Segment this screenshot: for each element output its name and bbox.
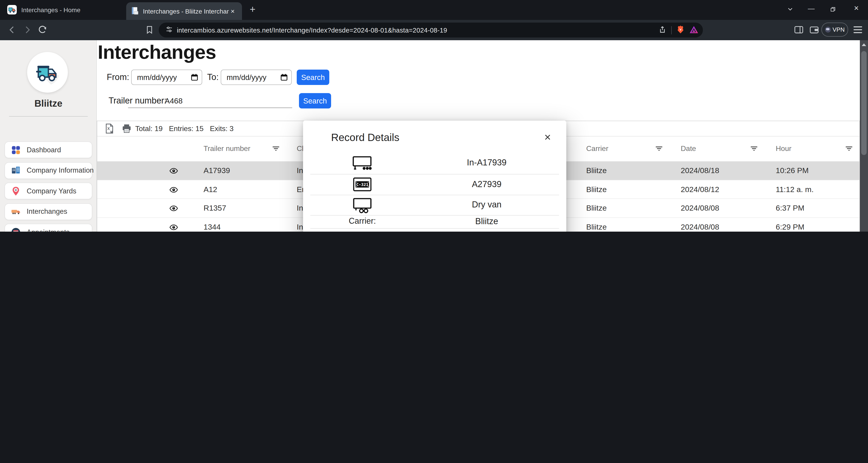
cell-trailer-number: R1357 [204,199,226,218]
sidebar-item-interchanges[interactable]: Interchanges [4,203,92,220]
modal-row-trailer: In-A17939 [310,152,559,174]
brave-rewards-icon[interactable] [689,25,699,35]
cell-class: In [297,218,303,232]
cell-date: 2024/08/12 [681,180,719,199]
trailer-number-value[interactable]: A468 [165,97,183,106]
page-scrollbar[interactable] [860,40,868,232]
sidebar-toggle-icon[interactable] [794,25,804,37]
tab-title: Interchanges - Bliitze Interchan [143,7,229,15]
date-search-button[interactable]: Search [297,70,329,85]
cell-date: 2024/08/08 [681,199,719,218]
active-tab[interactable]: Interchanges - Bliitze Interchan × [126,2,242,20]
trailer-number-input-underline[interactable] [128,107,292,108]
print-icon[interactable] [122,124,132,135]
sidebar-divider [9,116,88,117]
sidebar-item-dashboard[interactable]: Dashboard [4,141,92,158]
trailer-icon [349,155,376,173]
view-record-icon[interactable] [169,185,178,194]
modal-trailer-value: In-A17939 [419,158,555,168]
modal-carrier-label: Carrier: [337,217,387,226]
column-header-hour[interactable]: Hour [776,136,791,161]
share-icon[interactable] [658,25,667,35]
url-bar[interactable]: intercambios.azurewebsites.net/Interchan… [159,23,703,37]
dashboard-icon [11,145,21,155]
trailer-search-button[interactable]: Search [299,93,331,108]
column-header-trailer-number[interactable]: Trailer number [204,136,250,161]
modal-close-icon[interactable]: × [545,131,551,144]
view-record-icon[interactable] [169,223,178,232]
to-date-input[interactable]: mm/dd/yyyy [221,70,292,85]
map-pin-icon [11,186,21,196]
export-excel-icon[interactable]: X [104,123,114,136]
cell-date: 2024/08/08 [681,218,719,232]
view-record-icon[interactable] [169,166,178,175]
bookmark-icon[interactable] [145,25,154,37]
summary-total: Total: 19 [135,125,163,133]
filter-icon[interactable] [750,145,758,152]
new-tab-button[interactable]: + [250,4,255,15]
filter-icon[interactable] [845,145,853,152]
brave-shield-icon[interactable] [676,25,685,35]
modal-type-value: Dry van [419,200,555,210]
minimize-button[interactable]: — [808,4,815,12]
reload-icon[interactable] [37,25,48,37]
cell-trailer-number: 1344 [204,218,221,232]
trailer-number-label: Trailer number: [108,96,166,106]
svg-text:X: X [107,127,110,131]
tab-favicon [131,6,139,16]
grid-summary: Total: 19 Entries: 15 Exits: 3 [135,121,234,136]
from-date-placeholder: mm/dd/yyyy [137,73,177,81]
sidebar-item-label: Interchanges [27,207,67,216]
vpn-status-icon [825,27,831,33]
sidebar-item-company-information[interactable]: Company Information [4,162,92,179]
cell-hour: 6:29 PM [776,218,804,232]
scrollbar-thumb[interactable] [861,51,867,155]
screen: Interchanges - Home Interchanges - Bliit… [0,0,868,232]
vpn-button[interactable]: VPN [822,23,848,37]
record-details-modal: Record Details × In-A17939 C-321 A27939 … [303,121,566,232]
cell-class: In [297,161,303,180]
truck-icon [11,206,21,217]
view-record-icon[interactable] [169,204,178,213]
cell-date: 2024/08/18 [681,161,719,180]
sidebar-item-company-yards[interactable]: Company Yards [4,183,92,199]
from-label: From: [107,72,129,82]
browser-toolbar: intercambios.azurewebsites.net/Interchan… [0,20,868,40]
page-title: Interchanges [98,41,216,63]
from-date-input[interactable]: mm/dd/yyyy [131,70,202,85]
menu-icon[interactable] [854,26,862,35]
sidebar-menu: Dashboard Company Information Company Ya… [4,141,92,232]
sidebar-item-label: Company Yards [27,187,76,195]
modal-row-carrier: Carrier: Bliitze [310,216,559,229]
sidebar-item-appointments[interactable]: Appointments [4,224,92,232]
site-settings-icon[interactable] [165,25,173,35]
cell-carrier: Bliitze [586,180,607,199]
close-window-button[interactable]: × [854,4,859,13]
buildings-icon [11,165,21,175]
calendar-icon[interactable] [191,74,198,81]
forward-icon[interactable] [22,25,32,37]
window-title-text: Interchanges - Home [21,6,80,13]
to-date-placeholder: mm/dd/yyyy [227,73,267,81]
filter-icon[interactable] [272,145,280,152]
modal-row-plate: C-321 A27939 [310,174,559,195]
vpn-label: VPN [833,26,844,33]
column-header-carrier[interactable]: Carrier [586,136,608,161]
url-text[interactable]: intercambios.azurewebsites.net/Interchan… [177,27,447,34]
wallet-icon[interactable] [809,25,819,37]
scroll-up-icon[interactable] [860,40,868,49]
calendar-icon[interactable] [280,74,288,81]
restore-button[interactable] [830,6,836,14]
truck-logo-icon [33,58,62,86]
cell-trailer-number: A17939 [204,161,230,180]
tab-close-icon[interactable]: × [231,7,235,15]
filter-icon[interactable] [655,145,663,152]
tab-search-chevron-icon[interactable] [787,6,794,13]
back-icon[interactable] [7,25,17,37]
cell-class: In [297,199,303,218]
cell-hour: 10:26 PM [776,161,809,180]
cell-carrier: Bliitze [586,199,607,218]
app-favicon [7,5,17,14]
modal-title: Record Details [331,132,399,144]
column-header-date[interactable]: Date [681,136,696,161]
